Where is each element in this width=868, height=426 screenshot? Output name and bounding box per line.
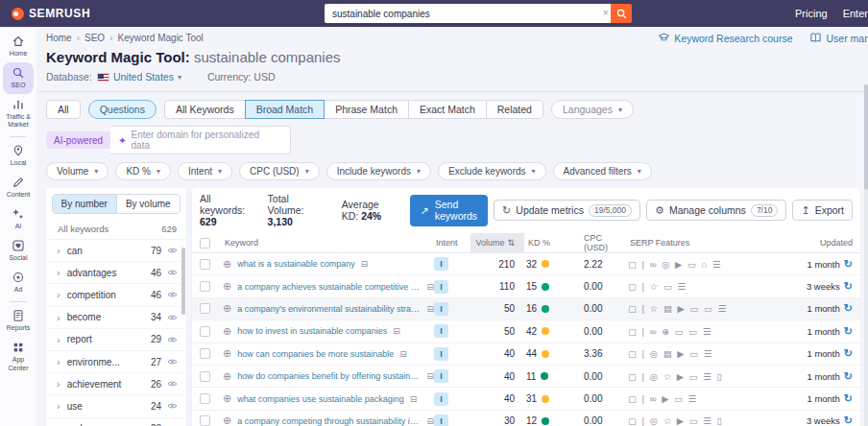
table-row[interactable]: ⊕how can companies be more sustainable⊟I… [192,343,860,366]
eye-icon[interactable] [167,291,178,298]
add-keyword-icon[interactable]: ⊕ [223,258,231,271]
add-keyword-icon[interactable]: ⊕ [223,370,231,383]
table-row[interactable]: ⊕how do companies benefit by offering su… [192,366,860,388]
table-row[interactable]: ⊕a company competing through sustainabil… [192,411,860,426]
add-keyword-icon[interactable]: ⊕ [223,347,231,360]
keyword-group-competition[interactable]: ›competition46 [46,284,186,306]
add-keyword-icon[interactable]: ⊕ [223,302,231,315]
sidebar-item-social[interactable]: Social [3,235,34,267]
semrush-logo[interactable]: SEMRUSH [12,7,90,20]
serp-preview-icon[interactable]: ⊟ [361,259,369,269]
sidebar-item-ad[interactable]: Ad [3,267,34,298]
col-kd[interactable]: KD % [524,238,570,248]
filter-cpc-usd-[interactable]: CPC (USD)▾ [239,162,320,180]
breadcrumb-item-seo[interactable]: SEO [84,33,105,43]
keyword-link[interactable]: what is a sustainable company [237,259,355,269]
update-metrics-button[interactable]: ↻ Update metrics 19/5,000 [494,200,640,221]
keyword-group-environme-[interactable]: ›environme...27 [46,351,186,373]
col-keyword[interactable]: Keyword [223,238,434,248]
sidebar-item-seo[interactable]: SEO [3,62,34,94]
refresh-icon[interactable]: ↻ [844,370,853,383]
database-selector[interactable]: United States ▾ [97,71,181,83]
page-scrollbar[interactable] [864,84,868,426]
keyword-group-can[interactable]: ›can79 [46,240,186,262]
serp-preview-icon[interactable]: ⊟ [426,304,434,314]
keyword-link[interactable]: a company achieves sustainable competiti… [237,282,421,292]
send-keywords-button[interactable]: ↗ Send keywords [410,195,488,226]
tab-phrase-match[interactable]: Phrase Match [324,100,409,119]
tab-questions[interactable]: Questions [88,100,157,119]
serp-preview-icon[interactable]: ⊟ [426,416,434,426]
table-row[interactable]: ⊕what is a sustainable company⊟I210322.2… [192,253,860,275]
table-row[interactable]: ⊕a company's environmental sustainabilit… [192,298,860,320]
row-checkbox[interactable] [200,371,210,382]
add-keyword-icon[interactable]: ⊕ [223,325,231,338]
filter-volume[interactable]: Volume▾ [46,162,108,180]
add-keyword-icon[interactable]: ⊕ [223,414,231,426]
keyword-link[interactable]: a company competing through sustainabili… [237,416,421,426]
keyword-link[interactable]: how do companies benefit by offering sus… [237,371,421,381]
eye-icon[interactable] [167,358,178,366]
export-button[interactable]: ↥ Export [792,200,853,221]
search-button[interactable] [611,4,632,23]
search-clear-icon[interactable]: × [603,7,609,18]
sidebar-item-home[interactable]: Home [3,31,34,62]
keyword-group-become[interactable]: ›become34 [46,307,186,329]
row-checkbox[interactable] [200,259,210,270]
filter-kd-[interactable]: KD %▾ [115,162,171,180]
breadcrumb-item-keyword-magic-tool[interactable]: Keyword Magic Tool [118,33,204,43]
languages-dropdown[interactable]: Languages ▾ [551,100,634,119]
eye-icon[interactable] [167,402,178,410]
keyword-link[interactable]: a company's environmental sustainability… [237,304,421,314]
keyword-group-make[interactable]: ›make23 [46,418,186,426]
eye-icon[interactable] [167,247,178,254]
refresh-icon[interactable]: ↻ [844,258,853,271]
keyword-research-course-link[interactable]: Keyword Research course [658,32,792,44]
refresh-icon[interactable]: ↻ [844,347,853,360]
serp-preview-icon[interactable]: ⊟ [410,394,418,404]
row-checkbox[interactable] [200,326,210,337]
eye-icon[interactable] [167,314,178,321]
sidebar-item-traffic-market[interactable]: Traffic & Market [3,94,34,133]
tab-all[interactable]: All [46,100,81,119]
row-checkbox[interactable] [200,303,210,314]
eye-icon[interactable] [167,269,178,276]
serp-preview-icon[interactable]: ⊟ [426,282,434,292]
refresh-icon[interactable]: ↻ [844,325,853,338]
refresh-icon[interactable]: ↻ [844,302,853,315]
sidebar-item-ai[interactable]: AI [3,203,34,235]
search-input[interactable] [325,4,611,23]
col-updated[interactable]: Updated [764,238,853,248]
row-checkbox[interactable] [200,281,210,292]
enterprise-link[interactable]: Enterprise [843,8,868,19]
keyword-link[interactable]: what companies use sustainable packaging [237,394,404,404]
serp-preview-icon[interactable]: ⊟ [399,349,407,359]
tab-all-keywords[interactable]: All Keywords [164,100,246,119]
toggle-by-volume[interactable]: By volume [116,195,181,213]
sidebar-item-reports[interactable]: Reports [3,305,34,337]
toggle-by-number[interactable]: By number [53,195,116,213]
col-cpc[interactable]: CPC (USD) [570,233,628,252]
serp-preview-icon[interactable]: ⊟ [426,371,434,381]
refresh-icon[interactable]: ↻ [844,392,853,405]
table-row[interactable]: ⊕how to invest in sustainable companies⊟… [192,320,860,343]
sidebar-item-local[interactable]: Local [3,140,34,172]
table-row[interactable]: ⊕what companies use sustainable packagin… [192,388,860,410]
add-keyword-icon[interactable]: ⊕ [223,280,231,293]
filter-advanced-filters[interactable]: Advanced filters▾ [553,162,652,180]
table-row[interactable]: ⊕a company achieves sustainable competit… [192,275,860,297]
groups-scrollbar[interactable] [181,248,185,315]
keyword-group-advantages[interactable]: ›advantages46 [46,262,186,284]
row-checkbox[interactable] [200,348,210,359]
user-manual-link[interactable]: User manual [809,32,868,44]
tab-broad-match[interactable]: Broad Match [245,100,326,119]
keyword-group-report[interactable]: ›report29 [46,329,186,351]
col-serp-features[interactable]: SERP Features [628,238,764,248]
breadcrumb-item-home[interactable]: Home [46,33,72,43]
domain-input[interactable]: ✦ Enter domain for personalized data [110,126,291,154]
add-keyword-icon[interactable]: ⊕ [223,392,231,405]
tab-exact-match[interactable]: Exact Match [408,100,487,119]
refresh-icon[interactable]: ↻ [844,414,853,426]
keyword-group-use[interactable]: ›use24 [46,395,186,417]
col-volume[interactable]: Volume ⇅ [470,233,524,252]
